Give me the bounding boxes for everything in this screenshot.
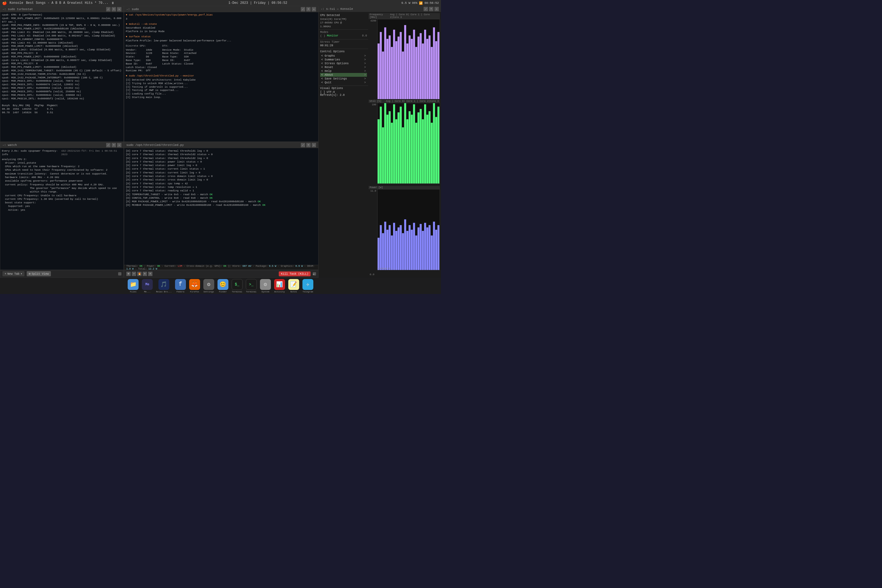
- svg-rect-26: [433, 27, 435, 99]
- svg-rect-57: [438, 106, 440, 183]
- dock-relax-icon: 🎵: [158, 279, 170, 290]
- throttled-toolbar-icon5[interactable]: A: [148, 272, 153, 276]
- svg-rect-72: [406, 231, 408, 270]
- watch-title-icons: ⤢ ≡ ✕: [106, 143, 122, 147]
- middle-top-content: ● cat /sys/devices/system/cpu/cpu/power/…: [124, 12, 318, 141]
- wifi-icon[interactable]: 📶: [419, 2, 423, 5]
- dock-terminal2-label: Terminal: [246, 291, 256, 293]
- dock-relax-label: Relax Bro...: [156, 291, 172, 293]
- watch-close-icon[interactable]: ✕: [117, 143, 122, 147]
- menu-summaries[interactable]: < Summaries >: [320, 58, 367, 62]
- freq-chart-cols: Avg | Core 0| Core 1 | Core 2|Core 3: [390, 14, 439, 19]
- turbostat-expand-icon[interactable]: ⤢: [106, 7, 111, 11]
- cpu-name: Intel(R) Core(TM): [320, 17, 367, 21]
- svg-rect-28: [438, 32, 440, 99]
- dock-item-notes[interactable]: 📝 Notes: [288, 279, 299, 293]
- dock-firefox-label: Firefox: [190, 291, 199, 293]
- throttled-close-icon[interactable]: ✕: [312, 143, 316, 147]
- dock-item-relax[interactable]: 🎵 Relax Bro...: [156, 279, 172, 293]
- dock-files-label: Files: [130, 291, 136, 293]
- menu-graphs-label: < Graphs: [321, 54, 335, 57]
- middle-top-config-icon[interactable]: ≡: [306, 7, 310, 11]
- stui-left-panel: CPU Detected Intel(R) Core(TM) i7-8650U …: [319, 12, 368, 277]
- svg-rect-44: [409, 111, 411, 183]
- dock-item-fedora[interactable]: f Fedora: [175, 279, 186, 293]
- turbostat-config-icon[interactable]: ≡: [112, 7, 116, 11]
- menu-reset[interactable]: < Reset >: [320, 65, 367, 69]
- throttled-status-bar: Thermal: OK · Power: OK · Current: LIM ·…: [124, 265, 318, 270]
- svg-rect-46: [413, 104, 415, 183]
- throttled-content: [D] core 7 thermal status: thermal thres…: [124, 148, 318, 265]
- dock-item-files[interactable]: 📁 Files: [128, 279, 138, 293]
- svg-rect-67: [395, 231, 397, 270]
- svg-rect-69: [400, 225, 402, 270]
- watch-expand-icon[interactable]: ⤢: [106, 143, 111, 147]
- util-chart-body: 100: [369, 103, 440, 184]
- pause-icon[interactable]: ⏸: [111, 1, 114, 5]
- menu-graphs[interactable]: < Graphs >: [320, 54, 367, 58]
- menu-quit-label: < Quit: [321, 81, 332, 84]
- stui-config-icon[interactable]: ≡: [429, 7, 434, 11]
- watch-new-tab-icon: +: [4, 272, 6, 276]
- watch-config-icon[interactable]: ≡: [112, 143, 116, 147]
- kill-task-btn[interactable]: Kill Task (KILL): [279, 272, 310, 276]
- thermal-ok: OK: [140, 265, 142, 268]
- menu-reset-arrow: >: [364, 66, 366, 69]
- dock-notes-icon: 📝: [288, 279, 299, 290]
- menu-quit[interactable]: < Quit >: [320, 81, 367, 84]
- datetime-display: 1-Dec 2023 | Friday | 08:56:52: [228, 1, 287, 5]
- throttled-resize-handle[interactable]: ✏: [313, 272, 316, 276]
- watch-new-tab-btn[interactable]: + New Tab ▾: [3, 271, 24, 276]
- stui-close-icon[interactable]: ✕: [435, 7, 439, 11]
- watch-resize-handle[interactable]: [118, 272, 122, 276]
- stui-expand-icon[interactable]: ⤢: [424, 7, 428, 11]
- watch-split-label: Split View: [32, 272, 49, 276]
- turbostat-title: -: sudo turbostat: [3, 8, 33, 11]
- svg-rect-77: [418, 228, 420, 270]
- middle-top-expand-icon[interactable]: ⤢: [301, 7, 305, 11]
- watch-split-view-btn[interactable]: ⊞ Split View: [27, 271, 51, 276]
- throttled-toolbar-icon3[interactable]: 🔥: [137, 272, 141, 276]
- dock-item-activity[interactable]: 📊 Activity: [274, 279, 285, 293]
- util-chart-section: Util [%] Avg | Core 0| Core 1 | Core 2|C…: [369, 100, 440, 186]
- throttled-title: sudo /opt/throttled/throttled.py: [126, 144, 184, 147]
- dock-system-icon: ⚙: [260, 279, 271, 290]
- menu-help[interactable]: < Help >: [320, 69, 367, 73]
- dock-item-settings[interactable]: ⚙ Settings: [203, 279, 214, 293]
- menu-about[interactable]: < About >: [320, 73, 367, 77]
- svg-rect-85: [435, 230, 437, 270]
- dock-me-icon: Me: [142, 279, 153, 290]
- dock-item-telegram[interactable]: ✈ Telegram: [303, 279, 314, 293]
- menu-save-settings[interactable]: < Save Settings >: [320, 77, 367, 81]
- throttled-toolbar-icon4[interactable]: A: [142, 272, 147, 276]
- svg-rect-51: [424, 104, 426, 183]
- svg-rect-66: [393, 223, 395, 270]
- dock-item-finder[interactable]: 😊 Finder: [218, 279, 228, 293]
- graphics-val: 0.9 W: [296, 265, 303, 268]
- utf8-option[interactable]: [ ] UTF-8: [320, 91, 367, 94]
- middle-top-close-icon[interactable]: ✕: [312, 7, 316, 11]
- svg-rect-63: [387, 230, 388, 270]
- throttled-config-icon[interactable]: ≡: [306, 143, 310, 147]
- monitor-option[interactable]: ( ) Monitor 0.0: [320, 34, 367, 38]
- dock-item-me[interactable]: Me Me...: [142, 279, 153, 293]
- svg-rect-75: [413, 223, 415, 270]
- menu-stress-options[interactable]: < Stress Options >: [320, 62, 367, 65]
- watch-titlebar: -: watch ⤢ ≡ ✕: [0, 142, 124, 148]
- turbostat-text: cpu0: EPB: 0 (performance) cpu0: MSR_RAP…: [2, 14, 122, 115]
- throttled-toolbar-icon1[interactable]: ⊞: [126, 272, 130, 276]
- turbostat-close-icon[interactable]: ✕: [117, 7, 122, 11]
- apple-icon[interactable]: 🍎: [2, 1, 7, 6]
- throttled-expand-icon[interactable]: ⤢: [301, 143, 305, 147]
- throttled-toolbar-icon2[interactable]: ⌕: [132, 272, 136, 276]
- dock-activity-icon: 📊: [274, 279, 285, 290]
- dock-item-terminal2[interactable]: >_ Terminal: [246, 279, 257, 293]
- dock-item-system[interactable]: ⚙ System: [260, 279, 271, 293]
- watch-timestamp: sb2-20221216-f37: Fri Dec 1 08:56:51 202…: [61, 149, 122, 156]
- dock-item-terminal1[interactable]: $_ Terminal: [232, 279, 243, 293]
- cpu-info-section: CPU Detected Intel(R) Core(TM) i7-8650U …: [319, 12, 368, 30]
- svg-rect-41: [402, 127, 404, 183]
- dock-item-firefox[interactable]: 🦊 Firefox: [189, 279, 200, 293]
- svg-rect-45: [411, 115, 413, 183]
- watch-tab-dropdown-icon[interactable]: ▾: [20, 272, 22, 276]
